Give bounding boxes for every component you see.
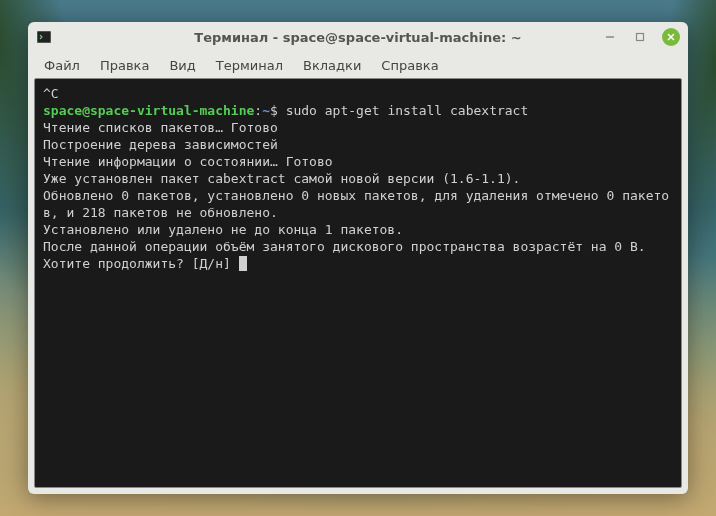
- prompt-path: ~: [262, 103, 270, 118]
- command-text: sudo apt-get install cabextract: [286, 103, 529, 118]
- prompt-question: Хотите продолжить? [Д/н]: [43, 256, 239, 271]
- titlebar[interactable]: Терминал - space@space-virtual-machine: …: [28, 22, 688, 52]
- menu-terminal[interactable]: Терминал: [206, 55, 293, 76]
- terminal-output[interactable]: ^C space@space-virtual-machine:~$ sudo a…: [34, 78, 682, 488]
- prompt-user: space@space-virtual-machine: [43, 103, 254, 118]
- menu-edit[interactable]: Правка: [90, 55, 159, 76]
- window-title: Терминал - space@space-virtual-machine: …: [28, 30, 688, 45]
- menu-help[interactable]: Справка: [371, 55, 448, 76]
- output-line: Уже установлен пакет cabextract самой но…: [43, 171, 520, 186]
- close-button[interactable]: [662, 28, 680, 46]
- output-line: Обновлено 0 пакетов, установлено 0 новых…: [43, 188, 669, 220]
- terminal-window: Терминал - space@space-virtual-machine: …: [28, 22, 688, 494]
- prompt-symbol: $: [270, 103, 286, 118]
- cursor: [239, 256, 247, 271]
- menu-tabs[interactable]: Вкладки: [293, 55, 371, 76]
- menu-view[interactable]: Вид: [159, 55, 205, 76]
- minimize-button[interactable]: [602, 29, 618, 45]
- output-line: Установлено или удалено не до конца 1 па…: [43, 222, 403, 237]
- output-line: После данной операции объём занятого дис…: [43, 239, 646, 254]
- maximize-button[interactable]: [632, 29, 648, 45]
- prompt-sep: :: [254, 103, 262, 118]
- terminal-app-icon: [36, 29, 52, 45]
- menubar: Файл Правка Вид Терминал Вкладки Справка: [28, 52, 688, 78]
- window-controls: [602, 28, 680, 46]
- svg-rect-1: [38, 32, 50, 42]
- output-line: Построение дерева зависимостей: [43, 137, 278, 152]
- menu-file[interactable]: Файл: [34, 55, 90, 76]
- output-line: Чтение списков пакетов… Готово: [43, 120, 278, 135]
- svg-rect-3: [637, 34, 644, 41]
- interrupt-signal: ^C: [43, 86, 59, 101]
- output-line: Чтение информации о состоянии… Готово: [43, 154, 333, 169]
